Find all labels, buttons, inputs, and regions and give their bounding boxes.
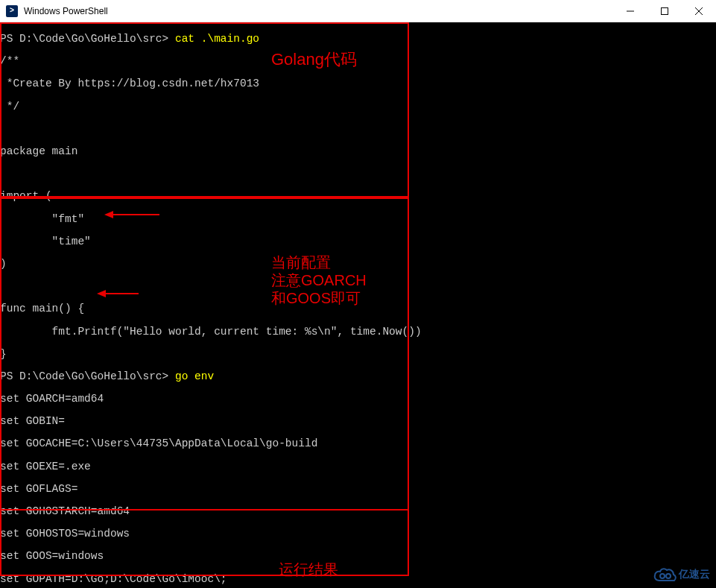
env-line: set GOFLAGS=: [0, 484, 716, 495]
source-line: /**: [0, 56, 716, 67]
source-line: [0, 124, 716, 135]
env-line: set GOPATH=D:\Go;D:\Code\Go\iMooc\;: [0, 574, 716, 585]
source-line: */: [0, 101, 716, 113]
window-titlebar: Windows PowerShell: [0, 0, 716, 22]
terminal-output[interactable]: PS D:\Code\Go\GoHello\src> cat .\main.go…: [0, 22, 716, 588]
cloud-icon: [653, 567, 674, 582]
source-line: "time": [0, 236, 716, 247]
source-line: [0, 168, 716, 180]
watermark: 亿速云: [653, 567, 710, 582]
prompt: PS D:\Code\Go\GoHello\src>: [0, 33, 168, 45]
maximize-button[interactable]: [647, 0, 682, 22]
env-line: set GOARCH=amd64: [0, 393, 716, 405]
source-line: func main() {: [0, 303, 716, 314]
source-line: import (: [0, 191, 716, 202]
env-line: set GOCACHE=C:\Users\44735\AppData\Local…: [0, 438, 716, 449]
prompt: PS D:\Code\Go\GoHello\src>: [0, 370, 168, 382]
window-title: Windows PowerShell: [24, 6, 613, 16]
env-line: set GOHOSTOS=windows: [0, 528, 716, 540]
env-line: set GOHOSTARCH=amd64: [0, 506, 716, 517]
close-button[interactable]: [682, 0, 716, 22]
svg-point-5: [666, 574, 671, 578]
minimize-button[interactable]: [613, 0, 647, 22]
powershell-icon: [6, 5, 18, 17]
source-line: *Create By https://blog.csdn.net/hx7013: [0, 78, 716, 89]
env-line: set GOEXE=.exe: [0, 461, 716, 472]
command-cat: cat .\main.go: [175, 33, 259, 45]
window-controls: [613, 0, 716, 22]
command-goenv: go env: [175, 370, 214, 382]
source-line: fmt.Printf("Hello world, current time: %…: [0, 326, 716, 338]
source-line: package main: [0, 146, 716, 157]
svg-rect-1: [662, 7, 668, 14]
env-line: set GOBIN=: [0, 416, 716, 427]
source-line: "fmt": [0, 214, 716, 225]
watermark-text: 亿速云: [679, 568, 710, 581]
source-line: }: [0, 349, 716, 360]
svg-point-4: [660, 574, 665, 578]
env-line: set GOOS=windows: [0, 551, 716, 562]
source-line: [0, 281, 716, 292]
source-line: ): [0, 259, 716, 270]
